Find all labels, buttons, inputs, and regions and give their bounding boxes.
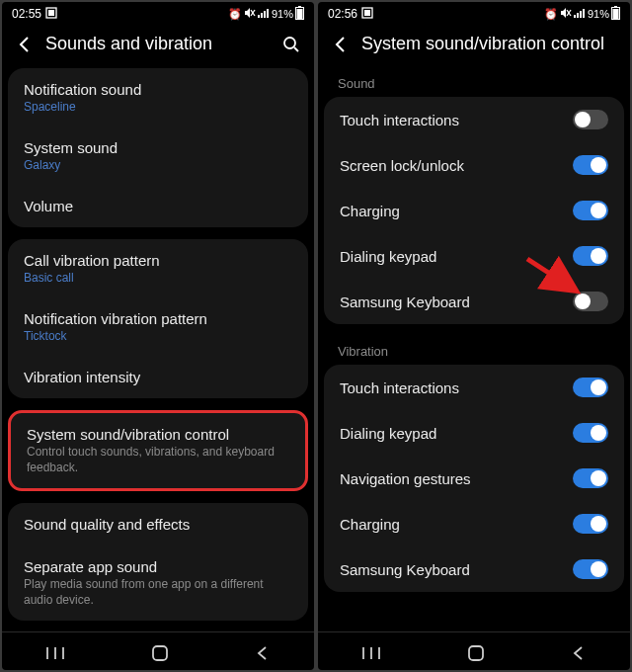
screenshot-icon bbox=[45, 7, 57, 22]
section-label: Vibration bbox=[324, 336, 624, 365]
navbar bbox=[318, 631, 630, 670]
settings-card: Touch interactionsDialing keypadNavigati… bbox=[324, 365, 624, 592]
toggle-switch[interactable] bbox=[573, 514, 608, 534]
row-label: System sound bbox=[24, 139, 292, 156]
toggle-switch[interactable] bbox=[573, 292, 608, 311]
svg-rect-10 bbox=[297, 9, 303, 19]
row-label: Sound quality and effects bbox=[24, 516, 292, 533]
row-label: Touch interactions bbox=[340, 379, 573, 396]
battery-pct: 91% bbox=[272, 8, 293, 20]
settings-row[interactable]: System sound/vibration controlControl to… bbox=[11, 413, 305, 488]
status-bar: 02:55 ⏰ 91% bbox=[2, 2, 314, 24]
svg-rect-32 bbox=[469, 646, 483, 660]
status-time: 02:56 bbox=[328, 7, 357, 21]
settings-row[interactable]: Samsung Keyboard bbox=[324, 279, 624, 324]
row-label: Screen lock/unlock bbox=[340, 157, 573, 174]
settings-row[interactable]: Charging bbox=[324, 501, 624, 546]
back-button[interactable] bbox=[571, 645, 587, 661]
settings-row[interactable]: Dialing keypad bbox=[324, 410, 624, 456]
alarm-icon: ⏰ bbox=[544, 8, 558, 21]
svg-rect-7 bbox=[267, 9, 269, 18]
svg-point-11 bbox=[284, 38, 295, 48]
settings-list[interactable]: SoundTouch interactionsScreen lock/unloc… bbox=[318, 68, 630, 631]
signal-icon bbox=[258, 8, 270, 20]
recents-button[interactable] bbox=[361, 645, 381, 661]
settings-row[interactable]: System soundGalaxy bbox=[8, 126, 308, 185]
back-button[interactable] bbox=[255, 645, 271, 661]
signal-icon bbox=[574, 8, 586, 20]
row-label: Samsung Keyboard bbox=[340, 561, 573, 578]
settings-row[interactable]: Screen lock/unlock bbox=[324, 142, 624, 188]
toggle-switch[interactable] bbox=[573, 559, 608, 579]
settings-row[interactable]: Touch interactions bbox=[324, 97, 624, 142]
toggle-switch[interactable] bbox=[573, 423, 608, 443]
settings-row[interactable]: Touch interactions bbox=[324, 365, 624, 410]
recents-button[interactable] bbox=[45, 645, 65, 661]
row-description: Control touch sounds, vibrations, and ke… bbox=[27, 445, 289, 475]
row-description: Play media sound from one app on a diffe… bbox=[24, 577, 292, 608]
settings-row[interactable]: Dialing keypad bbox=[324, 233, 624, 279]
settings-row[interactable]: Samsung Keyboard bbox=[324, 546, 624, 592]
toggle-switch[interactable] bbox=[573, 110, 608, 129]
search-icon[interactable] bbox=[282, 36, 300, 53]
battery-icon bbox=[295, 6, 304, 22]
mute-icon bbox=[244, 7, 256, 21]
toggle-switch[interactable] bbox=[573, 246, 608, 266]
row-label: Samsung Keyboard bbox=[340, 294, 573, 310]
toggle-switch[interactable] bbox=[573, 378, 608, 397]
svg-rect-22 bbox=[577, 13, 579, 18]
svg-rect-27 bbox=[613, 9, 619, 19]
row-label: Dialing keypad bbox=[340, 425, 573, 442]
row-sublabel: Ticktock bbox=[24, 329, 292, 343]
home-button[interactable] bbox=[151, 644, 169, 662]
page-title: Sounds and vibration bbox=[45, 34, 271, 54]
settings-row[interactable]: Call vibration patternBasic call bbox=[8, 239, 308, 297]
svg-rect-16 bbox=[153, 646, 167, 660]
settings-row[interactable]: Separate app soundPlay media sound from … bbox=[8, 546, 308, 621]
row-label: Vibration intensity bbox=[24, 369, 292, 385]
settings-card: Touch interactionsScreen lock/unlockChar… bbox=[324, 97, 624, 324]
screenshot-icon bbox=[361, 7, 373, 22]
svg-rect-18 bbox=[364, 10, 370, 16]
settings-row[interactable]: Notification vibration patternTicktock bbox=[8, 297, 308, 356]
settings-row[interactable]: Navigation gestures bbox=[324, 456, 624, 501]
battery-pct: 91% bbox=[588, 8, 609, 20]
row-sublabel: Spaceline bbox=[24, 100, 292, 114]
row-label: Navigation gestures bbox=[340, 470, 573, 487]
svg-rect-21 bbox=[574, 15, 576, 18]
settings-card: Call vibration patternBasic callNotifica… bbox=[8, 239, 308, 398]
settings-row[interactable]: Notification soundSpaceline bbox=[8, 68, 308, 126]
header: Sounds and vibration bbox=[2, 24, 314, 68]
row-label: Volume bbox=[24, 198, 292, 214]
svg-rect-23 bbox=[580, 11, 582, 18]
toggle-switch[interactable] bbox=[573, 468, 608, 488]
row-label: Call vibration pattern bbox=[24, 252, 292, 269]
battery-icon bbox=[611, 6, 620, 22]
row-label: Touch interactions bbox=[340, 112, 573, 128]
settings-card: System sound/vibration controlControl to… bbox=[8, 410, 308, 491]
svg-rect-5 bbox=[261, 13, 263, 18]
row-label: Charging bbox=[340, 203, 573, 219]
section-label: Sound bbox=[324, 68, 624, 97]
row-label: Charging bbox=[340, 516, 573, 533]
phone-left: 02:55 ⏰ 91% Sounds and vibration bbox=[2, 2, 314, 670]
row-sublabel: Basic call bbox=[24, 271, 292, 285]
back-icon[interactable] bbox=[16, 36, 34, 53]
svg-rect-24 bbox=[583, 9, 585, 18]
settings-card: Notification soundSpacelineSystem soundG… bbox=[8, 68, 308, 227]
settings-row[interactable]: Sound quality and effects bbox=[8, 503, 308, 546]
toggle-switch[interactable] bbox=[573, 155, 608, 175]
settings-list[interactable]: Notification soundSpacelineSystem soundG… bbox=[2, 68, 314, 631]
back-icon[interactable] bbox=[332, 36, 350, 53]
settings-row[interactable]: Charging bbox=[324, 188, 624, 233]
settings-row[interactable]: Volume bbox=[8, 185, 308, 227]
page-title: System sound/vibration control bbox=[361, 34, 616, 54]
settings-card: Sound quality and effectsSeparate app so… bbox=[8, 503, 308, 621]
home-button[interactable] bbox=[467, 644, 485, 662]
row-label: Separate app sound bbox=[24, 558, 292, 575]
header: System sound/vibration control bbox=[318, 24, 630, 68]
settings-row[interactable]: Vibration intensity bbox=[8, 356, 308, 398]
toggle-switch[interactable] bbox=[573, 201, 608, 220]
alarm-icon: ⏰ bbox=[228, 8, 242, 21]
svg-rect-1 bbox=[48, 10, 54, 16]
